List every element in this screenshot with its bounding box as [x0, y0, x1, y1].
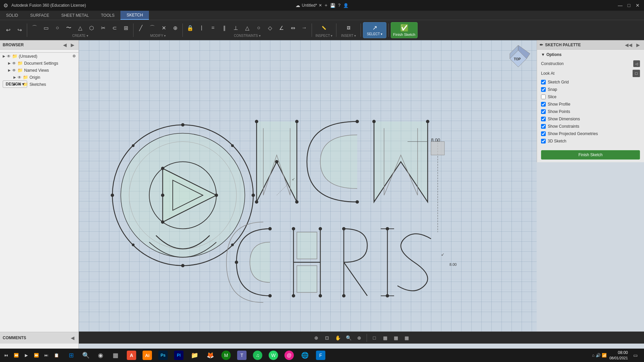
- perp-constraint[interactable]: ⊥: [230, 22, 241, 33]
- display-mode-btn[interactable]: □: [370, 333, 379, 343]
- close-btn[interactable]: ✕: [635, 2, 641, 8]
- firefox-taskbar-btn[interactable]: 🦊: [203, 349, 218, 361]
- show-desktop-btn[interactable]: ▭: [631, 351, 640, 360]
- whatsapp-taskbar-btn[interactable]: W: [266, 349, 281, 361]
- grid-display-btn[interactable]: ▦: [380, 333, 390, 343]
- autodesk-taskbar-btn[interactable]: A: [124, 349, 139, 361]
- arr-tool[interactable]: →: [299, 22, 310, 33]
- minimize-btn[interactable]: —: [617, 2, 623, 8]
- snap-checkbox[interactable]: [541, 87, 546, 92]
- browser-item-named-views[interactable]: ▶ 👁 📁 Named Views: [0, 67, 78, 74]
- pattern-tool[interactable]: ⊞: [120, 22, 131, 33]
- close-file-btn[interactable]: ✕: [319, 3, 322, 8]
- playback-first-btn[interactable]: ⏮: [1, 351, 11, 360]
- browser-expand-btn[interactable]: ▶: [69, 42, 76, 48]
- start-btn[interactable]: ⊞: [64, 349, 78, 361]
- environment-btn[interactable]: ▦: [402, 333, 411, 343]
- view-cube[interactable]: TOP: [503, 44, 533, 74]
- arc2-tool[interactable]: ⌒: [147, 22, 158, 33]
- show-profile-label[interactable]: Show Profile: [541, 102, 570, 107]
- rect-tool[interactable]: ▭: [41, 22, 51, 33]
- slice-checkbox[interactable]: [541, 95, 546, 99]
- new-tab-btn[interactable]: ＋: [324, 2, 328, 8]
- save-btn[interactable]: 💾: [330, 3, 335, 8]
- comments-toggle-btn[interactable]: ◀: [69, 335, 76, 341]
- illustrator-taskbar-btn[interactable]: Ai: [140, 349, 155, 361]
- visual-style-btn[interactable]: ▦: [391, 333, 400, 343]
- angle-tool[interactable]: ∠: [276, 22, 287, 33]
- undo-btn[interactable]: ↩: [3, 25, 13, 36]
- offset-tool[interactable]: ⊂: [109, 22, 120, 33]
- show-dimensions-label[interactable]: Show Dimensions: [541, 117, 580, 121]
- photoshop-taskbar-btn[interactable]: Ps: [156, 349, 170, 361]
- prelude-taskbar-btn[interactable]: Pl: [171, 349, 186, 361]
- zoom-btn[interactable]: 🔍: [344, 333, 353, 343]
- show-points-checkbox[interactable]: [541, 109, 546, 114]
- triangle-tool[interactable]: △: [75, 22, 86, 33]
- vert-line-tool[interactable]: |: [196, 22, 207, 33]
- 3d-sketch-label[interactable]: 3D Sketch: [541, 139, 566, 143]
- show-dimensions-checkbox[interactable]: [541, 117, 546, 121]
- browser-collapse-btn[interactable]: ◀: [62, 42, 68, 48]
- playback-next-btn[interactable]: ⏩: [32, 351, 41, 360]
- palette-collapse-left[interactable]: ◀◀: [624, 42, 634, 48]
- orbit-btn[interactable]: ⊕: [312, 333, 321, 343]
- project-tool[interactable]: ⊕: [170, 22, 180, 33]
- task-view-btn[interactable]: ▦: [108, 349, 123, 361]
- app2-taskbar-btn[interactable]: F: [313, 349, 328, 361]
- home-btn[interactable]: ⊡: [322, 333, 332, 343]
- playback-prev-btn[interactable]: ⏪: [11, 351, 21, 360]
- canvas-area[interactable]: ↙ 8.00: [79, 40, 537, 344]
- finish-sketch-btn[interactable]: ✅ Finish Sketch: [391, 22, 418, 38]
- search-btn[interactable]: 🔍: [78, 349, 93, 361]
- account-btn[interactable]: 👤: [343, 3, 348, 8]
- construction-btn[interactable]: ◁: [633, 60, 640, 67]
- snap-label[interactable]: Snap: [541, 87, 557, 92]
- app1-taskbar-btn[interactable]: @: [282, 349, 297, 361]
- show-profile-checkbox[interactable]: [541, 102, 546, 107]
- circle2-tool[interactable]: ○: [253, 22, 264, 33]
- 3d-sketch-checkbox[interactable]: [541, 139, 546, 143]
- spotify-taskbar-btn[interactable]: ♫: [250, 349, 265, 361]
- help-btn[interactable]: ？: [337, 2, 341, 8]
- zoom-fit-btn[interactable]: ⊕: [355, 333, 364, 343]
- intersect-tool[interactable]: ✕: [158, 22, 169, 33]
- redo-btn[interactable]: ↪: [14, 25, 25, 36]
- tab-surface[interactable]: SURFACE: [24, 11, 55, 20]
- show-projected-label[interactable]: Show Projected Geometries: [541, 131, 598, 136]
- inspect-btn[interactable]: 📏: [314, 22, 334, 33]
- dim-tool[interactable]: ◇: [265, 22, 275, 33]
- design-dropdown-btn[interactable]: DESIGN ▾: [3, 80, 27, 88]
- options-arrow[interactable]: ▼: [541, 52, 545, 57]
- look-at-btn[interactable]: □: [633, 70, 640, 77]
- timeline-btn[interactable]: 📋: [52, 351, 61, 360]
- hex-tool[interactable]: ⬡: [86, 22, 97, 33]
- palette-expand-right[interactable]: ▶: [635, 42, 641, 48]
- maximize-btn[interactable]: □: [626, 2, 632, 8]
- cortana-btn[interactable]: ◉: [93, 349, 108, 361]
- sketch-grid-checkbox[interactable]: [541, 80, 546, 84]
- playback-last-btn[interactable]: ⏭: [42, 351, 51, 360]
- slice-label[interactable]: Slice: [541, 95, 556, 99]
- arc-tool[interactable]: ⌒: [29, 22, 40, 33]
- lock-constraint[interactable]: 🔒: [185, 22, 196, 33]
- tri-constraint[interactable]: △: [242, 22, 253, 33]
- show-constraints-label[interactable]: Show Constraints: [541, 124, 579, 129]
- playback-play-btn[interactable]: ▶: [21, 351, 31, 360]
- show-projected-checkbox[interactable]: [541, 131, 546, 136]
- line-tool[interactable]: ╱: [136, 22, 146, 33]
- finish-sketch-sidebar-btn[interactable]: Finish Sketch: [541, 150, 640, 160]
- tab-solid[interactable]: SOLID: [0, 11, 24, 20]
- tab-sheet-metal[interactable]: SHEET METAL: [55, 11, 95, 20]
- show-points-label[interactable]: Show Points: [541, 109, 570, 114]
- tab-sketch[interactable]: SKETCH: [120, 11, 149, 20]
- mcc-taskbar-btn[interactable]: M: [219, 349, 233, 361]
- teams-taskbar-btn[interactable]: T: [234, 349, 249, 361]
- browser-item-doc-settings[interactable]: ▶ 👁 📁 Document Settings: [0, 60, 78, 67]
- browser-item-unsaved[interactable]: ▶ 👁 📁 (Unsaved) ⚙: [0, 53, 78, 60]
- show-constraints-checkbox[interactable]: [541, 124, 546, 129]
- sym-constraint[interactable]: ⇔: [287, 22, 298, 33]
- scissor-tool[interactable]: ✂: [98, 22, 108, 33]
- circle-tool[interactable]: ○: [52, 22, 63, 33]
- sketch-grid-label[interactable]: Sketch Grid: [541, 80, 569, 84]
